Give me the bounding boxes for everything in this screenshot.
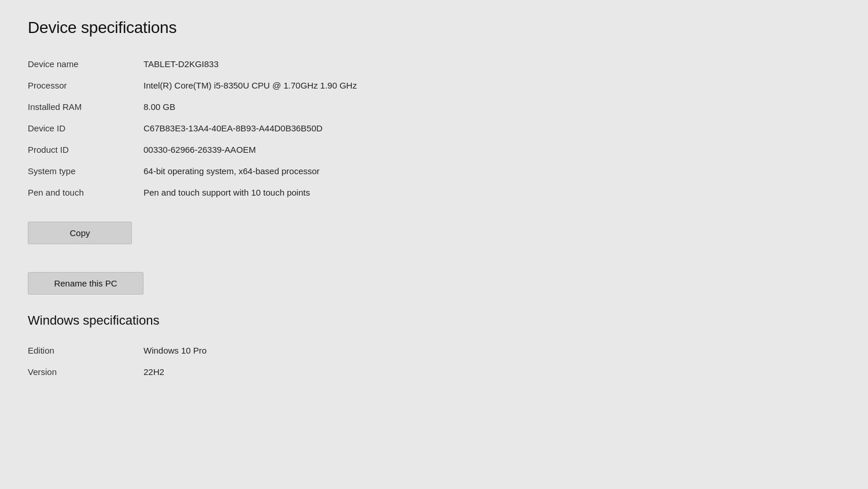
spec-label-6: Pen and touch xyxy=(28,182,144,203)
device-spec-table: Device nameTABLET-D2KGI833ProcessorIntel… xyxy=(28,53,840,203)
copy-button[interactable]: Copy xyxy=(28,222,132,244)
win-spec-value-1: 22H2 xyxy=(144,361,840,383)
win-spec-value-0: Windows 10 Pro xyxy=(144,340,840,361)
spec-value-5: 64-bit operating system, x64-based proce… xyxy=(144,160,840,182)
spec-label-5: System type xyxy=(28,160,144,182)
spec-value-0: TABLET-D2KGI833 xyxy=(144,53,840,75)
spec-label-1: Processor xyxy=(28,75,144,96)
rename-pc-button[interactable]: Rename this PC xyxy=(28,272,144,295)
spec-value-2: 8.00 GB xyxy=(144,96,840,117)
windows-spec-table: EditionWindows 10 ProVersion22H2 xyxy=(28,340,840,383)
spec-value-6: Pen and touch support with 10 touch poin… xyxy=(144,182,840,203)
spec-label-4: Product ID xyxy=(28,139,144,160)
spec-value-4: 00330-62966-26339-AAOEM xyxy=(144,139,840,160)
win-spec-label-1: Version xyxy=(28,361,144,383)
spec-label-0: Device name xyxy=(28,53,144,75)
copy-button-row: Copy xyxy=(28,222,840,262)
spec-label-2: Installed RAM xyxy=(28,96,144,117)
spec-value-1: Intel(R) Core(TM) i5-8350U CPU @ 1.70GHz… xyxy=(144,75,840,96)
spec-label-3: Device ID xyxy=(28,117,144,139)
rename-button-row: Rename this PC xyxy=(28,272,840,295)
spec-value-3: C67B83E3-13A4-40EA-8B93-A44D0B36B50D xyxy=(144,117,840,139)
page-title: Device specifications xyxy=(28,19,840,37)
win-spec-label-0: Edition xyxy=(28,340,144,361)
windows-specs-title: Windows specifications xyxy=(28,313,840,328)
